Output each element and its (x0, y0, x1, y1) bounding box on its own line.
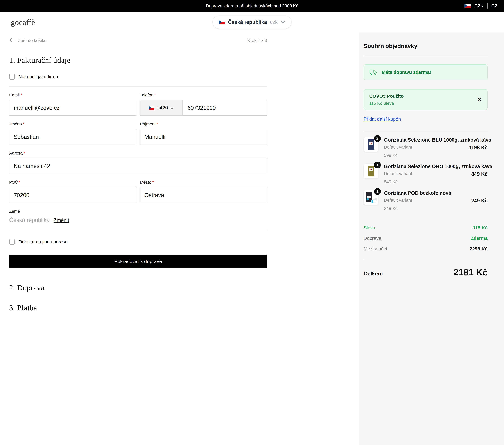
grand-total-label: Celkem (364, 271, 383, 277)
quantity-badge: 1 (374, 188, 381, 195)
required-asterisk: * (23, 122, 24, 126)
product-unit-price: 599 Kč (384, 153, 488, 158)
back-to-cart-link[interactable]: Zpět do košíku (9, 38, 47, 43)
address-label: Adresa* (9, 151, 267, 155)
quantity-badge: 1 (374, 162, 381, 168)
coupon-info: COVO5 Použito 115 Kč Sleva (369, 94, 404, 106)
product-name: Goriziana Selezione BLU 1000g, zrnková k… (384, 137, 488, 143)
product-variant: Default variant (384, 171, 412, 176)
phone-field-group: Telefon* +420 (140, 93, 267, 116)
discount-row: Sleva -115 Kč (364, 225, 488, 231)
payment-heading: 3. Platba (9, 303, 267, 312)
company-checkbox[interactable] (9, 74, 15, 79)
ship-checkbox-label: Odeslat na jinou adresu (18, 239, 68, 245)
required-asterisk: * (21, 93, 22, 97)
main-column: Zpět do košíku Krok 1 z 3 1. Fakturační … (0, 33, 359, 445)
first-name-field[interactable] (9, 129, 136, 145)
chevron-down-icon (281, 20, 285, 24)
change-country-link[interactable]: Změnit (54, 217, 69, 223)
checkout-page: Doprava zdarma při objednávkách nad 2000… (0, 0, 504, 445)
product-variant: Default variant (384, 145, 412, 150)
divider (487, 3, 488, 9)
chevron-down-icon (170, 105, 174, 111)
phone-input-wrap: +420 (140, 100, 267, 116)
last-name-field[interactable] (140, 129, 267, 145)
announcement-text: Doprava zdarma při objednávkách nad 2000… (206, 3, 298, 8)
language-switcher[interactable]: CZ (491, 3, 498, 9)
country-selector[interactable]: Česká republika czk (213, 16, 291, 29)
phone-prefix-selector[interactable]: +420 (140, 100, 183, 116)
remove-coupon-icon[interactable]: ✕ (477, 97, 482, 103)
country-value: Česká republika (9, 217, 50, 223)
first-name-label: Jméno* (9, 122, 136, 126)
site-header: gocaffè Česká republika czk (0, 12, 504, 33)
czech-flag-icon (219, 20, 225, 24)
cart-item: 2 Goriziana Selezione BLU 1000g, zrnková… (364, 137, 488, 158)
product-line-total: 849 Kč (471, 171, 488, 177)
country-label: Země (9, 209, 267, 214)
city-label: Město* (140, 180, 267, 185)
subtotal-label: Mezisoučet (364, 246, 387, 252)
ship-other-address-checkbox[interactable] (9, 239, 15, 245)
required-asterisk: * (154, 93, 156, 97)
shipping-label: Doprava (364, 236, 381, 241)
city-field[interactable] (140, 187, 267, 203)
site-logo[interactable]: gocaffè (11, 18, 35, 27)
email-label: Email* (9, 93, 136, 97)
back-to-cart-label: Zpět do košíku (18, 38, 47, 43)
coupon-discount: 115 Kč Sleva (369, 101, 404, 106)
product-name: Goriziana Selezione ORO 1000g, zrnková k… (384, 164, 488, 169)
divider (364, 259, 488, 260)
shipping-value: Zdarma (471, 236, 488, 241)
selected-currency-label: czk (270, 19, 278, 25)
product-variant: Default variant (384, 198, 412, 203)
city-field-group: Město* (140, 180, 267, 203)
grand-total-row: Celkem 2181 Kč (364, 267, 488, 278)
product-line-total: 249 Kč (471, 198, 488, 204)
email-field[interactable] (9, 100, 136, 116)
add-coupon-link[interactable]: Přidat další kupón (364, 116, 401, 122)
cart-item: 1 Goriziana Selezione ORO 1000g, zrnková… (364, 164, 488, 185)
czech-flag-icon (465, 4, 471, 8)
address-field[interactable] (9, 158, 267, 174)
announcement-bar: Doprava zdarma při objednávkách nad 2000… (0, 0, 504, 12)
zip-field[interactable] (9, 187, 136, 203)
first-name-field-group: Jméno* (9, 122, 136, 145)
totals-section: Sleva -115 Kč Doprava Zdarma Mezisoučet … (364, 225, 488, 252)
applied-coupon-card: COVO5 Použito 115 Kč Sleva ✕ (364, 89, 488, 110)
phone-field[interactable] (183, 100, 267, 116)
cart-items-list: 2 Goriziana Selezione BLU 1000g, zrnková… (364, 137, 488, 211)
country-field-group: Země Česká republika Změnit (9, 209, 267, 223)
subtotal-value: 2296 Kč (469, 246, 488, 252)
truck-icon (370, 69, 377, 76)
divider (9, 230, 267, 230)
required-asterisk: * (23, 151, 25, 155)
required-asterisk: * (157, 122, 158, 126)
grand-total-value: 2181 Kč (453, 267, 488, 278)
step-indicator: Krok 1 z 3 (247, 38, 267, 43)
ship-checkbox-row: Odeslat na jinou adresu (9, 239, 267, 245)
selected-country-label: Česká republika (228, 19, 267, 25)
coupon-code-status: COVO5 Použito (369, 94, 404, 99)
address-field-group: Adresa* (9, 151, 267, 174)
product-unit-price: 249 Kč (384, 206, 488, 211)
czech-flag-icon (149, 106, 154, 110)
email-field-group: Email* (9, 93, 136, 116)
free-shipping-text: Máte dopravu zdarma! (382, 70, 431, 75)
locale-controls: CZK CZ (465, 0, 498, 12)
quantity-badge: 2 (374, 135, 381, 142)
phone-label: Telefon* (140, 93, 267, 97)
company-checkbox-label: Nakupuji jako firma (18, 74, 58, 79)
order-summary-sidebar: Souhrn objednávky Máte dopravu zdarma! C… (359, 33, 504, 445)
billing-heading: 1. Fakturační údaje (9, 56, 267, 65)
required-asterisk: * (152, 180, 154, 185)
breadcrumb-row: Zpět do košíku Krok 1 z 3 (9, 38, 267, 43)
divider (364, 56, 488, 56)
arrow-left-icon (9, 38, 15, 43)
zip-field-group: PSČ* (9, 180, 136, 203)
discount-label: Sleva (364, 225, 375, 231)
currency-switcher[interactable]: CZK (474, 3, 484, 9)
summary-title: Souhrn objednávky (364, 43, 488, 49)
continue-to-shipping-button[interactable]: Pokračovat k dopravě (9, 255, 267, 268)
company-checkbox-row: Nakupuji jako firma (9, 74, 267, 79)
